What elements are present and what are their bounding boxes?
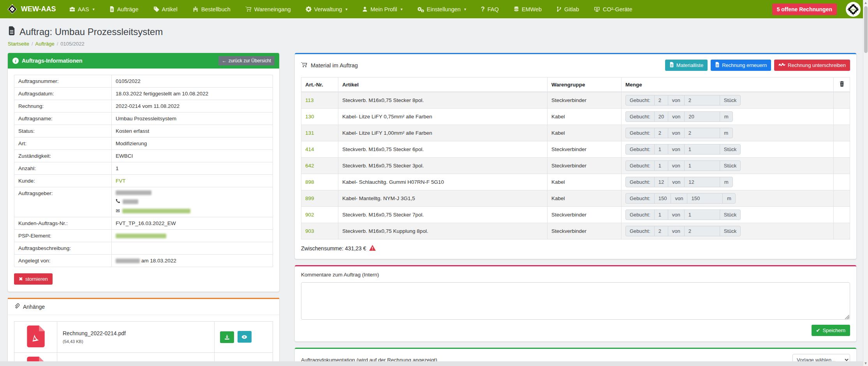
vertical-scrollbar[interactable]: ▲ ▼ bbox=[863, 0, 868, 366]
save-comments-button[interactable]: ✔ Speichern bbox=[812, 325, 850, 336]
article-number-link[interactable]: 903 bbox=[305, 228, 314, 234]
delete-cell bbox=[834, 174, 850, 190]
nav-item-mein-profil[interactable]: Mein Profil ▾ bbox=[362, 6, 403, 12]
field-label: PSP-Element: bbox=[14, 230, 112, 242]
sign-invoice-button[interactable]: Rechnung unterschreiben bbox=[774, 60, 850, 71]
article-number-link[interactable]: 899 bbox=[305, 195, 314, 201]
nav-item-label: Mein Profil bbox=[370, 6, 397, 12]
page-bottom-gutter bbox=[0, 361, 868, 366]
status-badge: Kosten erfasst bbox=[112, 125, 273, 137]
arrow-left-icon: ← bbox=[222, 58, 227, 63]
warning-icon bbox=[369, 245, 376, 252]
paperclip-icon bbox=[14, 303, 19, 310]
redacted-phone bbox=[123, 199, 138, 204]
quantity-input[interactable] bbox=[684, 160, 720, 171]
article-number-link[interactable]: 902 bbox=[305, 212, 314, 218]
of-label: von bbox=[671, 193, 687, 204]
back-to-overview-button[interactable]: ← zurück zur Übersicht bbox=[218, 56, 275, 65]
table-row: Kunde:FVT bbox=[14, 175, 273, 187]
quantity-input[interactable] bbox=[684, 226, 720, 236]
preview-button[interactable] bbox=[238, 331, 252, 343]
trash-icon bbox=[839, 82, 845, 88]
nav-item-label: Bestellbuch bbox=[201, 6, 231, 12]
table-row: Status:Kosten erfasst bbox=[14, 125, 273, 137]
nav-item-auftraege[interactable]: Aufträge bbox=[109, 6, 139, 12]
scroll-down-arrow[interactable]: ▼ bbox=[863, 361, 868, 366]
nav-item-aas[interactable]: AAS ▾ bbox=[69, 6, 95, 12]
breadcrumb-separator: / bbox=[32, 41, 33, 47]
article-group: Kabel bbox=[548, 174, 622, 190]
field-value: Modifizierung bbox=[112, 137, 273, 150]
subtotal-text: Zwischensumme: 431,23 € bbox=[301, 245, 366, 252]
field-value: 18.03.2022 fertiggestellt am 10.08.2022 bbox=[112, 88, 273, 100]
quantity-input[interactable] bbox=[684, 209, 720, 220]
customer-link[interactable]: FVT bbox=[116, 178, 126, 184]
nav-item-label: Wareneingang bbox=[254, 6, 291, 12]
quantity-input[interactable] bbox=[687, 193, 723, 204]
attachment-file-name: Rechnung_2022-0214.pdf bbox=[63, 330, 209, 336]
quantity-input[interactable] bbox=[684, 111, 720, 122]
article-name: Kabel- Litze LiFY 1,00mm² alle Farben bbox=[338, 125, 548, 141]
quantity-input[interactable] bbox=[684, 128, 720, 138]
quantity-input[interactable] bbox=[684, 144, 720, 155]
breadcrumb-home-link[interactable]: Startseite bbox=[8, 41, 29, 47]
nav-item-einstellungen[interactable]: Einstellungen ▾ bbox=[417, 6, 466, 12]
company-logo: WEW bbox=[845, 2, 861, 17]
article-number-link[interactable]: 414 bbox=[305, 146, 314, 152]
quantity-input[interactable] bbox=[684, 95, 720, 106]
renew-invoice-button[interactable]: Rechnung erneuern bbox=[711, 60, 771, 71]
breadcrumb: Startseite/Aufträge/0105/2022 bbox=[8, 41, 856, 47]
field-label: Auftragsname: bbox=[14, 113, 112, 125]
download-button[interactable] bbox=[220, 331, 234, 343]
article-name: Steckverb. M16x0,75 Stecker 7pol. bbox=[338, 207, 548, 223]
breadcrumb-section-link[interactable]: Aufträge bbox=[35, 41, 55, 47]
of-label: von bbox=[668, 128, 685, 138]
nav-item-wareneingang[interactable]: Wareneingang bbox=[245, 6, 291, 12]
comments-textarea[interactable] bbox=[301, 282, 850, 320]
nav-item-co2-geraete[interactable]: CO²-Geräte bbox=[594, 6, 632, 12]
comments-label: Kommentare zum Auftrag (Intern) bbox=[301, 272, 850, 278]
booked-label: Gebucht: bbox=[625, 144, 655, 155]
unit-label: m bbox=[720, 177, 733, 187]
attachments-table: Rechnung_2022-0214.pdf (54,43 KB) bbox=[14, 321, 273, 366]
article-number-link[interactable]: 130 bbox=[305, 114, 314, 120]
nav-item-faq[interactable]: ? FAQ bbox=[481, 6, 499, 13]
scrollbar-thumb[interactable] bbox=[864, 6, 868, 53]
nav-item-verwaltung[interactable]: Verwaltung ▾ bbox=[306, 6, 348, 12]
material-title: Material im Auftrag bbox=[301, 62, 358, 69]
article-group: Kabel bbox=[548, 109, 622, 125]
app-logo-icon bbox=[7, 4, 18, 14]
nav-item-artikel[interactable]: Artikel bbox=[153, 6, 178, 12]
article-name: Kabel- Litze LiFY 0,75mm² alle Farben bbox=[338, 109, 548, 125]
article-number-link[interactable]: 113 bbox=[305, 97, 314, 103]
article-number-link[interactable]: 642 bbox=[305, 163, 314, 169]
article-name: Steckverb. M16x0,75 Stecker 3pol. bbox=[338, 158, 548, 174]
open-invoices-badge[interactable]: 5 offene Rechnungen bbox=[772, 4, 837, 15]
list-item: Rechnung_2022-0214.pdf (54,43 KB) bbox=[14, 322, 273, 353]
app-brand[interactable]: WEW-AAS bbox=[7, 4, 56, 14]
booked-value: 1 bbox=[654, 209, 668, 220]
chevron-down-icon: ▾ bbox=[93, 7, 95, 11]
svg-text:WEW: WEW bbox=[850, 8, 856, 11]
quantity-group: Gebucht:2vonStück bbox=[625, 95, 741, 106]
redacted-name bbox=[116, 190, 151, 195]
material-list-button[interactable]: Materialliste bbox=[665, 60, 708, 71]
order-book-icon bbox=[192, 6, 199, 12]
of-label: von bbox=[668, 160, 685, 171]
nav-item-bestellbuch[interactable]: Bestellbuch bbox=[192, 6, 231, 12]
article-number-link[interactable]: 131 bbox=[305, 130, 314, 136]
nav-item-label: EMWeb bbox=[522, 6, 542, 12]
scroll-up-arrow[interactable]: ▲ bbox=[863, 0, 868, 5]
field-label: Kunden-Auftrags-Nr.: bbox=[14, 217, 112, 230]
booked-value: 150 bbox=[654, 193, 671, 204]
field-value: Umbau Prozessleitsystem bbox=[112, 113, 273, 125]
nav-item-emweb[interactable]: EMWeb bbox=[514, 6, 542, 12]
article-group: Steckverbinder bbox=[548, 141, 622, 158]
cancel-order-button[interactable]: ✖ stornieren bbox=[14, 273, 53, 285]
app-brand-label: WEW-AAS bbox=[21, 5, 56, 13]
quantity-input[interactable] bbox=[684, 177, 720, 187]
question-icon: ? bbox=[481, 6, 485, 13]
article-number-link[interactable]: 898 bbox=[305, 179, 314, 185]
material-list-label: Materialliste bbox=[676, 62, 703, 68]
nav-item-gitlab[interactable]: Gitlab bbox=[556, 6, 579, 12]
